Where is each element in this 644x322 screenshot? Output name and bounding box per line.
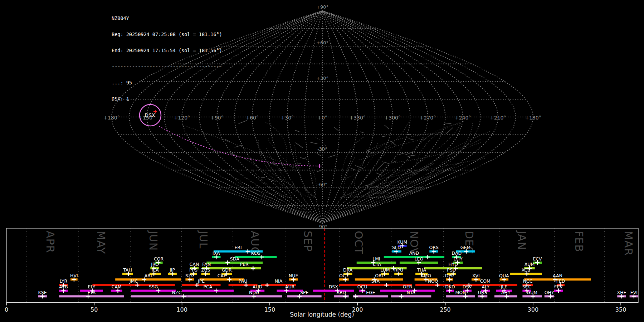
peak-marker-EGE xyxy=(353,294,358,298)
shower-bar-AND xyxy=(384,256,444,258)
lat-label: -90° xyxy=(317,224,327,229)
shower-bar-PCA xyxy=(182,290,234,292)
drift-curve xyxy=(413,123,461,167)
lon-label: +30° xyxy=(281,115,294,121)
meteor-streak xyxy=(297,163,301,164)
shower-label-DAD: DAD xyxy=(452,250,462,256)
shower-label-ERI: ERI xyxy=(234,245,241,250)
shower-label-COM: COM xyxy=(480,278,490,284)
meteor-streak xyxy=(385,125,389,129)
drift-curve xyxy=(344,188,393,197)
shower-label-XCB: XCB xyxy=(522,267,531,273)
shower-label-EGE: EGE xyxy=(366,290,375,295)
shower-bar-NDA xyxy=(187,295,282,297)
shower-label-GUM: GUM xyxy=(527,290,538,295)
month-label-MAR: MAR xyxy=(622,231,635,256)
meteor-streak xyxy=(392,161,397,162)
shower-label-COR: COR xyxy=(154,256,164,262)
drift-curve xyxy=(183,125,294,168)
shower-label-XUM: XUM xyxy=(525,262,535,267)
separator-line: -------------------------------------- xyxy=(112,64,222,69)
shower-label-PAU: PAU xyxy=(239,278,247,284)
drift-curve xyxy=(433,123,473,176)
shower-bar-AUR xyxy=(277,290,303,292)
shower-label-SZC: SZC xyxy=(185,273,194,278)
meteor-count-line: ...: 95 xyxy=(112,80,222,86)
drift-curve xyxy=(359,122,409,160)
shower-label-ORS: ORS xyxy=(429,245,439,250)
shower-label-HVI: HVI xyxy=(70,273,78,278)
meteor-streak xyxy=(317,153,321,156)
lat-label: -60° xyxy=(317,182,327,187)
peak-marker-PCA xyxy=(214,289,218,293)
shower-label-DKD: DKD xyxy=(445,284,455,289)
lon-label: +180° xyxy=(525,115,541,121)
shower-label-JMC: JMC xyxy=(129,278,138,284)
peak-marker-SDA xyxy=(225,260,230,265)
shower-label-KUM: KUM xyxy=(397,239,407,245)
shower-label-STA: STA xyxy=(371,278,380,284)
meteor-streak xyxy=(328,155,336,157)
shower-label-SPE: SPE xyxy=(300,290,308,295)
drift-curve xyxy=(280,176,312,197)
shower-label-ALY: ALY xyxy=(482,284,490,289)
shower-label-SDA: SDA xyxy=(230,256,239,262)
lon-label: +180° xyxy=(103,115,119,121)
shower-bar-NZC xyxy=(131,295,187,297)
shower-label-PCA: PCA xyxy=(204,284,213,289)
shower-label-LMI: LMI xyxy=(372,256,380,262)
shower-label-ORI: ORI xyxy=(375,273,383,278)
drift-curve xyxy=(348,163,388,197)
dsx-count-line: DSX: 1 xyxy=(112,96,222,102)
meteor-streak xyxy=(446,128,453,134)
lon-label: +60° xyxy=(245,115,259,121)
shower-label-TAH: TAH xyxy=(123,267,132,273)
shower-label-EVI: EVI xyxy=(630,290,638,295)
shower-label-ARI: ARI xyxy=(145,273,152,278)
shower-label-NIA: NIA xyxy=(275,278,283,284)
drift-curve xyxy=(355,141,391,187)
peak-marker-PER xyxy=(251,266,255,270)
shower-label-NOO: NOO xyxy=(428,278,438,284)
drift-curve xyxy=(295,146,309,194)
meteor-streak xyxy=(261,177,265,178)
shower-bar-SSG xyxy=(131,290,176,292)
meteor-streak xyxy=(235,145,242,147)
lon-label: +240° xyxy=(455,115,471,121)
activity-timeline: APRMAYJUNJULAUGSEPOCTNOVDECJANFEBMARKUME… xyxy=(5,228,638,313)
lon-label: +210° xyxy=(490,115,506,121)
shower-label-IEA: IEA xyxy=(152,267,159,273)
shower-bar-SDA xyxy=(206,262,263,264)
shower-label-SCC: SCC xyxy=(522,284,532,289)
month-label-JUL: JUL xyxy=(197,230,210,249)
shower-label-ARD: ARD xyxy=(336,290,346,295)
drift-curve xyxy=(306,187,316,197)
shower-label-DSV: DSV xyxy=(463,284,472,289)
lon-label: +90° xyxy=(210,115,224,121)
meteor-streak xyxy=(334,127,338,131)
shower-label-OCU: OCU xyxy=(357,284,367,289)
shower-label-DPC: DPC xyxy=(445,273,454,278)
peak-marker-AND xyxy=(425,255,430,259)
month-label-JAN: JAN xyxy=(516,230,528,250)
shower-label-NDA: NDA xyxy=(249,290,259,295)
shower-label-JLE: JLE xyxy=(501,284,508,289)
drift-curve xyxy=(416,121,463,166)
drift-curve xyxy=(403,165,463,182)
shower-label-XHE: XHE xyxy=(617,290,626,295)
shower-label-PER: PER xyxy=(240,262,249,267)
drift-curve xyxy=(390,140,480,163)
shower-label-CAN: CAN xyxy=(190,262,199,267)
shower-label-AHY: AHY xyxy=(501,290,511,295)
meteor-streak xyxy=(443,123,452,124)
peak-marker-NIA xyxy=(265,283,269,287)
lon-label: +120° xyxy=(174,115,190,121)
shower-label-LYR: LYR xyxy=(60,278,68,284)
month-label-APR: APR xyxy=(44,231,57,253)
shower-label-AMO: AMO xyxy=(421,273,431,278)
shower-label-FAN: FAN xyxy=(202,262,211,267)
shower-label-ECV: ECV xyxy=(533,256,542,262)
shower-label-DRA: DRA xyxy=(343,267,353,273)
meteor-streak xyxy=(351,168,355,170)
shower-bar-JMC xyxy=(92,284,175,286)
